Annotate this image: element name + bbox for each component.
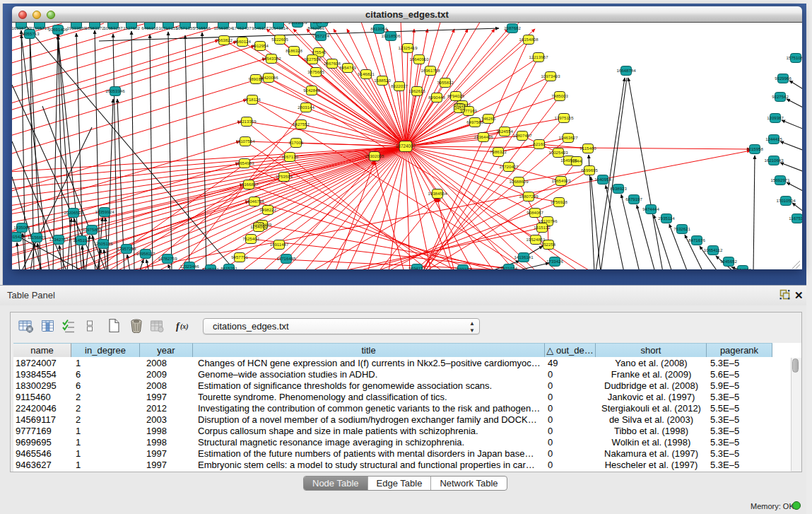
svg-text:2451: 2451 — [454, 105, 464, 110]
svg-text:20691406: 20691406 — [48, 27, 68, 32]
svg-text:21364436: 21364436 — [473, 134, 493, 139]
svg-text:15720407: 15720407 — [499, 164, 519, 169]
svg-text:16543362: 16543362 — [261, 56, 281, 61]
svg-text:19166827: 19166827 — [239, 182, 259, 187]
svg-text:6879197: 6879197 — [625, 197, 642, 201]
svg-text:16983972: 16983972 — [85, 25, 105, 30]
svg-text:746266: 746266 — [481, 116, 496, 121]
svg-text:8813054: 8813054 — [370, 26, 387, 31]
svg-text:1167534: 1167534 — [789, 216, 802, 221]
svg-text:17957253: 17957253 — [117, 246, 136, 251]
svg-text:9474444: 9474444 — [642, 206, 659, 211]
svg-text:16154808: 16154808 — [519, 37, 539, 42]
svg-text:9242848: 9242848 — [303, 88, 320, 93]
svg-text:18724007: 18724007 — [396, 144, 416, 148]
svg-text:17975155: 17975155 — [554, 115, 574, 120]
svg-text:15751084: 15751084 — [786, 55, 802, 60]
svg-text:1615132: 1615132 — [534, 225, 551, 230]
svg-text:16640910: 16640910 — [409, 57, 429, 62]
svg-text:12342757: 12342757 — [49, 237, 69, 242]
svg-text:10688609: 10688609 — [509, 179, 529, 184]
svg-text:989013: 989013 — [249, 76, 264, 81]
svg-text:9694131: 9694131 — [408, 266, 425, 269]
svg-text:18004337: 18004337 — [312, 23, 332, 24]
svg-text:19463627: 19463627 — [558, 135, 578, 140]
svg-text:16120746: 16120746 — [538, 218, 558, 223]
svg-text:1733426: 1733426 — [546, 259, 563, 264]
svg-text:15692971: 15692971 — [770, 177, 790, 182]
svg-text:16782759: 16782759 — [158, 256, 177, 261]
svg-text:2867608: 2867608 — [324, 61, 341, 66]
svg-text:3875685: 3875685 — [307, 69, 324, 74]
svg-text:9329966: 9329966 — [775, 76, 792, 81]
svg-text:8215958: 8215958 — [746, 146, 763, 151]
svg-text:7632621: 7632621 — [673, 226, 690, 231]
svg-text:9327508: 9327508 — [304, 57, 321, 62]
svg-text:9245652: 9245652 — [720, 259, 737, 264]
svg-text:19384554: 19384554 — [428, 191, 447, 196]
svg-text:7625402: 7625402 — [242, 236, 259, 241]
svg-text:19654983: 19654983 — [235, 160, 254, 165]
svg-text:8454749: 8454749 — [339, 65, 356, 70]
svg-text:7955812: 7955812 — [437, 80, 454, 85]
svg-text:16210643: 16210643 — [764, 158, 784, 163]
svg-text:3624554: 3624554 — [496, 129, 513, 134]
svg-text:8427552: 8427552 — [293, 122, 310, 127]
svg-text:17010504: 17010504 — [776, 198, 796, 203]
svg-text:16671355: 16671355 — [175, 25, 195, 30]
svg-text:62160: 62160 — [534, 141, 546, 146]
svg-text:1362615: 1362615 — [408, 88, 425, 93]
svg-text:7485003: 7485003 — [551, 93, 568, 98]
svg-text:9227542: 9227542 — [772, 94, 789, 99]
svg-text:10973493: 10973493 — [541, 74, 560, 78]
svg-text:6699695: 6699695 — [581, 168, 598, 173]
svg-text:12505135: 12505135 — [93, 241, 113, 246]
svg-text:16911447: 16911447 — [270, 242, 289, 247]
svg-text:17462407: 17462407 — [232, 25, 252, 30]
svg-text:18663504: 18663504 — [213, 25, 233, 30]
svg-text:7593102: 7593102 — [454, 267, 471, 269]
svg-text:9084067: 9084067 — [526, 210, 543, 215]
svg-text:3267130: 3267130 — [281, 154, 298, 159]
svg-text:14055713: 14055713 — [20, 31, 40, 36]
svg-text:1154099: 1154099 — [250, 224, 267, 229]
svg-text:20643814: 20643814 — [269, 25, 288, 30]
svg-text:19033569: 19033569 — [66, 25, 86, 30]
svg-text:1209387: 1209387 — [767, 115, 784, 120]
svg-text:1835061: 1835061 — [13, 225, 30, 230]
svg-text:7386322: 7386322 — [490, 149, 507, 154]
svg-text:16046738: 16046738 — [245, 199, 264, 204]
svg-text:8990448: 8990448 — [428, 95, 445, 100]
svg-text:15716485: 15716485 — [276, 256, 296, 261]
svg-text:7357274: 7357274 — [312, 33, 329, 38]
svg-text:17359924: 17359924 — [95, 209, 114, 214]
svg-text:9146821: 9146821 — [358, 71, 375, 76]
svg-text:9374958: 9374958 — [734, 267, 751, 269]
svg-text:9115460: 9115460 — [579, 146, 596, 151]
svg-text:8615291: 8615291 — [220, 266, 237, 269]
svg-text:10807487: 10807487 — [512, 133, 532, 138]
svg-text:8660124: 8660124 — [234, 39, 251, 44]
svg-text:1588520: 1588520 — [374, 78, 391, 83]
svg-text:19218506: 19218506 — [381, 33, 401, 38]
svg-text:11156829: 11156829 — [28, 235, 47, 240]
svg-text:10975867: 10975867 — [82, 227, 102, 232]
svg-text:175546: 175546 — [312, 49, 326, 54]
svg-text:10653287: 10653287 — [103, 25, 123, 30]
svg-text:19654923: 19654923 — [551, 178, 571, 183]
svg-text:12325419: 12325419 — [398, 45, 418, 50]
svg-text:9457791: 9457791 — [231, 255, 248, 259]
svg-text:21095713: 21095713 — [30, 25, 49, 30]
svg-text:9756928: 9756928 — [551, 199, 567, 204]
svg-text:20206536: 20206536 — [64, 210, 83, 215]
svg-text:8912954: 8912954 — [252, 43, 269, 48]
svg-text:3498222: 3498222 — [259, 207, 276, 212]
svg-text:3915427: 3915427 — [12, 234, 25, 239]
svg-text:9921074: 9921074 — [500, 266, 517, 269]
svg-text:26053346: 26053346 — [105, 88, 125, 93]
svg-text:9646107: 9646107 — [252, 25, 269, 30]
svg-text:6794028: 6794028 — [447, 93, 464, 98]
svg-text:2935114: 2935114 — [658, 216, 675, 221]
svg-text:9245021: 9245021 — [202, 267, 219, 269]
svg-text:12213369: 12213369 — [237, 119, 257, 124]
